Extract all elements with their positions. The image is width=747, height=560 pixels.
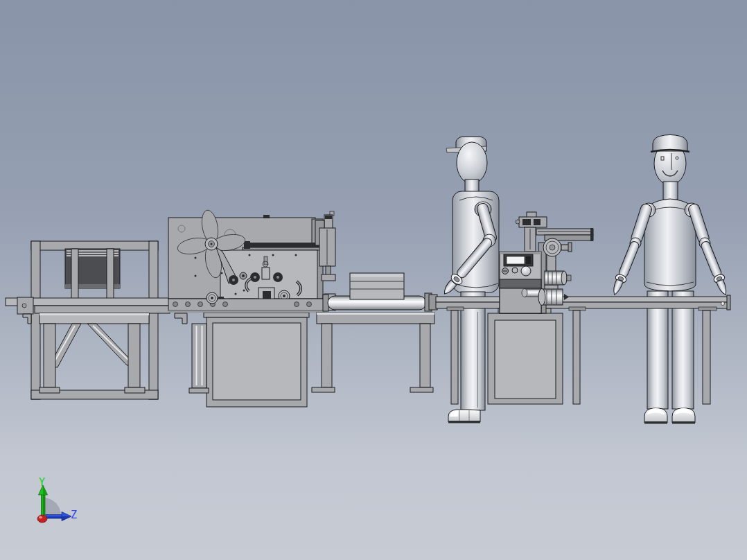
- y-axis-label: Y: [39, 476, 45, 489]
- knob[interactable]: [512, 268, 518, 273]
- worker2-cap[interactable]: [653, 135, 687, 152]
- worker1-leg[interactable]: [461, 292, 485, 410]
- z-axis-label: Z: [71, 509, 77, 521]
- display-screen[interactable]: [507, 256, 525, 264]
- x-axis-origin-dot: [37, 515, 47, 523]
- worker1-shoe[interactable]: [448, 410, 480, 423]
- machine-base-rail: [168, 299, 325, 310]
- knob-large[interactable]: [521, 266, 531, 276]
- labeler-stand-cabinet[interactable]: [175, 313, 309, 407]
- cad-viewport[interactable]: Y Z: [0, 0, 747, 560]
- worker1-head[interactable]: [457, 142, 487, 184]
- control-body[interactable]: [500, 252, 541, 313]
- machine-stand-cabinet-2[interactable]: [488, 308, 563, 404]
- labeling-machine[interactable]: [168, 209, 335, 313]
- scene-svg: Y Z: [0, 0, 747, 560]
- product-box[interactable]: [350, 273, 404, 299]
